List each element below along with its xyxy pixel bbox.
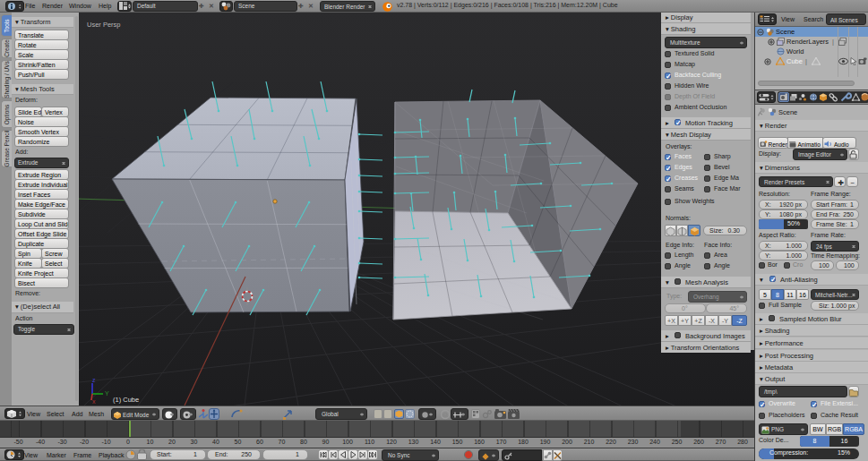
svg-text:User Persp: User Persp <box>87 21 121 29</box>
svg-text:Y: Y <box>105 390 109 397</box>
svg-text:x: x <box>92 398 96 405</box>
svg-text:(1) Cube: (1) Cube <box>113 396 139 404</box>
svg-text:z: z <box>92 377 96 383</box>
